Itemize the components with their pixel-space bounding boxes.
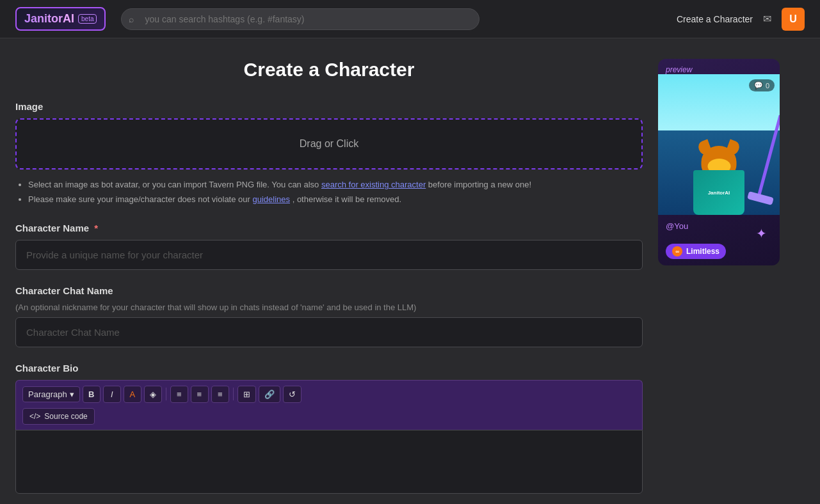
bio-editor[interactable] xyxy=(15,430,643,494)
preview-image: JanitorAI 💬 0 xyxy=(658,74,780,215)
form-section: Create a Character Image Drag or Click S… xyxy=(15,59,643,504)
preview-card: preview JanitorAI 💬 0 @You ✦ xyxy=(658,59,780,265)
badge-count: 0 xyxy=(766,82,769,90)
character-chat-name-desc: (An optional nickname for your character… xyxy=(15,303,643,312)
image-hints: Select an image as bot avatar, or you ca… xyxy=(15,177,643,207)
notification-icon[interactable]: ✉ xyxy=(763,13,771,25)
dog-ear-left xyxy=(696,139,712,157)
character-bio-label: Character Bio xyxy=(15,363,643,374)
image-section: Image Drag or Click Select an image as b… xyxy=(15,101,643,207)
mop-handle xyxy=(757,115,780,196)
drop-zone-text: Drag or Click xyxy=(300,138,358,150)
character-name-label: Character Name * xyxy=(15,223,643,233)
search-wrapper: ⌕ xyxy=(121,8,479,30)
character-chat-name-input[interactable] xyxy=(15,317,643,347)
source-code-button[interactable]: </> Source code xyxy=(22,408,95,425)
character-bio-section: Character Bio Paragraph ▾ B I A ◈ ≡ ≡ ≡ … xyxy=(15,363,643,494)
dog-ear-right xyxy=(725,139,741,157)
search-input[interactable] xyxy=(121,8,479,30)
link-button[interactable]: 🔗 xyxy=(259,386,280,403)
format-select[interactable]: Paragraph ▾ xyxy=(22,386,80,402)
limitless-icon: ∞ xyxy=(672,246,682,256)
source-code-icon: </> xyxy=(29,412,40,421)
character-name-section: Character Name * xyxy=(15,223,643,270)
logo-text: JanitorAI xyxy=(24,12,74,26)
create-character-nav-button[interactable]: Create a Character xyxy=(677,14,753,24)
toolbar-row-2: </> Source code xyxy=(22,408,636,425)
table-button[interactable]: ⊞ xyxy=(237,386,256,403)
image-label: Image xyxy=(15,101,643,112)
character-chat-name-section: Character Chat Name (An optional nicknam… xyxy=(15,285,643,347)
align-right-button[interactable]: ≡ xyxy=(211,386,229,403)
user-avatar-button[interactable]: U xyxy=(782,8,805,31)
toolbar-divider-2 xyxy=(233,388,234,400)
font-color-button[interactable]: A xyxy=(124,386,141,403)
toolbar-divider-1 xyxy=(166,388,166,400)
character-chat-name-label: Character Chat Name xyxy=(15,285,643,296)
align-center-button[interactable]: ≡ xyxy=(191,386,209,403)
search-character-link[interactable]: search for existing character xyxy=(321,180,426,189)
preview-badge: 💬 0 xyxy=(749,79,775,91)
undo-button[interactable]: ↺ xyxy=(283,386,301,403)
hint-2: Please make sure your image/character do… xyxy=(28,192,643,207)
chat-icon: 💬 xyxy=(754,81,763,90)
preview-label: preview xyxy=(658,59,780,74)
beta-badge: beta xyxy=(78,14,97,24)
italic-button[interactable]: I xyxy=(103,386,121,403)
image-drop-zone[interactable]: Drag or Click xyxy=(15,118,643,169)
bucket: JanitorAI xyxy=(693,170,744,215)
highlight-button[interactable]: ◈ xyxy=(144,386,162,403)
bucket-label: JanitorAI xyxy=(708,190,730,196)
character-name-input[interactable] xyxy=(15,240,643,270)
chevron-down-icon: ▾ xyxy=(70,390,74,399)
hint-1: Select an image as bot avatar, or you ca… xyxy=(28,177,643,192)
guidelines-link[interactable]: guidelines xyxy=(252,194,290,204)
limitless-badge: ∞ Limitless xyxy=(666,244,726,259)
logo-button[interactable]: JanitorAI beta xyxy=(15,7,106,31)
page-title: Create a Character xyxy=(15,59,643,81)
header: JanitorAI beta ⌕ Create a Character ✉ U xyxy=(0,0,820,38)
preview-user-section: @You ✦ ∞ Limitless xyxy=(658,215,780,265)
bold-button[interactable]: B xyxy=(83,386,100,403)
header-right: Create a Character ✉ U xyxy=(677,8,805,31)
bio-toolbar: Paragraph ▾ B I A ◈ ≡ ≡ ≡ ⊞ 🔗 ↺ </> So xyxy=(15,380,643,430)
search-icon: ⌕ xyxy=(129,14,134,24)
required-star: * xyxy=(94,223,98,233)
align-left-button[interactable]: ≡ xyxy=(170,386,188,403)
main-layout: Create a Character Image Drag or Click S… xyxy=(0,38,820,504)
